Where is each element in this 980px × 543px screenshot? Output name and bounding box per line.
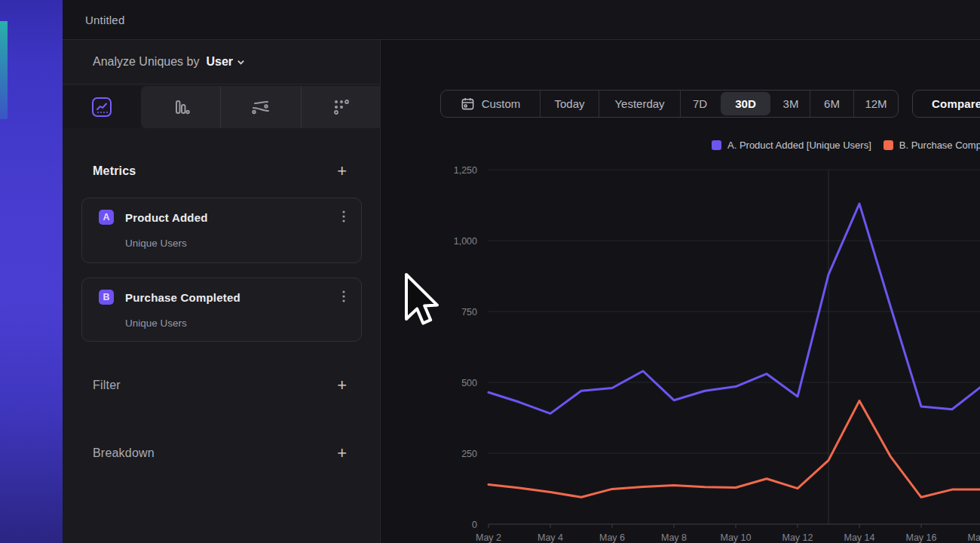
- add-breakdown-button[interactable]: +: [335, 446, 348, 461]
- chart-panel: Custom Today Yesterday 7D 30D 3M 6M 12M …: [381, 40, 980, 543]
- svg-text:1,250: 1,250: [454, 165, 477, 176]
- app-window: Untitled Analyze Uniques by User: [0, 0, 980, 543]
- metric-measure[interactable]: Unique Users: [125, 318, 187, 329]
- range-30d-active[interactable]: 30D: [721, 92, 770, 115]
- legend-item-b[interactable]: B. Purchase Completed [Unique Users]: [884, 140, 980, 151]
- legend-swatch-b: [884, 140, 893, 150]
- svg-text:May 10: May 10: [721, 532, 752, 543]
- svg-text:May 14: May 14: [844, 532, 875, 543]
- chart-type-tab-group: [141, 86, 381, 128]
- svg-text:May 12: May 12: [782, 532, 813, 543]
- report-title[interactable]: Untitled: [85, 14, 124, 26]
- analyze-by-dropdown[interactable]: User: [206, 55, 245, 69]
- range-custom[interactable]: Custom: [441, 90, 540, 117]
- svg-text:500: 500: [461, 378, 477, 388]
- legend-swatch-a: [712, 140, 721, 150]
- metric-name: Purchase Completed: [125, 291, 337, 304]
- breakdown-title: Breakdown: [93, 446, 155, 460]
- line-chart[interactable]: 02505007501,0001,250May 2May 4May 6May 8…: [381, 158, 980, 543]
- metric-menu-button[interactable]: [337, 208, 351, 227]
- add-icon: +: [337, 376, 347, 394]
- svg-text:750: 750: [461, 307, 477, 318]
- flows-icon: [250, 96, 272, 118]
- chevron-down-icon: [237, 58, 245, 66]
- metric-badge-a: A: [99, 210, 114, 225]
- grid-dots-icon: [329, 96, 352, 118]
- svg-text:May 6: May 6: [599, 532, 625, 543]
- metric-badge-b: B: [99, 290, 114, 305]
- svg-text:May 2: May 2: [476, 532, 501, 543]
- chart-legend: A. Product Added [Unique Users] B. Purch…: [712, 140, 980, 151]
- metric-card-a[interactable]: A Product Added Unique Users: [81, 198, 362, 263]
- calendar-icon: [461, 97, 475, 111]
- range-yesterday[interactable]: Yesterday: [599, 90, 680, 117]
- analyze-header: Analyze Uniques by User: [63, 40, 380, 84]
- add-metric-button[interactable]: +: [335, 164, 348, 179]
- add-filter-button[interactable]: +: [335, 378, 348, 393]
- add-icon: +: [337, 161, 347, 180]
- svg-text:May 8: May 8: [661, 532, 687, 543]
- metric-menu-button[interactable]: [337, 288, 351, 307]
- filter-title: Filter: [93, 379, 121, 392]
- teal-accent-strip: [0, 21, 8, 119]
- add-icon: +: [337, 443, 347, 462]
- tab-flows[interactable]: [220, 86, 300, 128]
- legend-label-a: A. Product Added [Unique Users]: [727, 140, 871, 151]
- background-gradient-strip: [0, 0, 63, 543]
- filter-section: Filter +: [63, 375, 380, 396]
- chart-type-tabs: [63, 86, 380, 128]
- range-7d[interactable]: 7D: [680, 90, 719, 117]
- compare-button[interactable]: Compare: [912, 90, 980, 118]
- svg-text:1,000: 1,000: [454, 236, 477, 247]
- bar-chart-icon: [170, 97, 191, 118]
- range-6m[interactable]: 6M: [810, 90, 853, 117]
- range-3m[interactable]: 3M: [772, 90, 810, 117]
- range-12m[interactable]: 12M: [853, 90, 898, 117]
- metric-name: Product Added: [125, 211, 337, 224]
- svg-text:May 4: May 4: [537, 532, 563, 543]
- legend-label-b: B. Purchase Completed [Unique Users]: [899, 140, 980, 151]
- tab-grid-dots[interactable]: [301, 86, 381, 128]
- date-range-selector: Custom Today Yesterday 7D 30D 3M 6M 12M: [440, 90, 899, 118]
- svg-text:250: 250: [461, 449, 477, 459]
- range-today[interactable]: Today: [540, 90, 599, 117]
- breakdown-section: Breakdown +: [63, 443, 380, 464]
- analyze-by-label: Analyze Uniques by: [93, 55, 199, 69]
- tab-bar-chart[interactable]: [141, 86, 220, 128]
- metric-measure[interactable]: Unique Users: [125, 238, 187, 249]
- legend-item-a[interactable]: A. Product Added [Unique Users]: [712, 140, 871, 151]
- svg-text:May 16: May 16: [906, 532, 937, 543]
- metrics-title: Metrics: [93, 164, 136, 178]
- svg-text:May 18: May 18: [968, 532, 980, 543]
- metric-card-b[interactable]: B Purchase Completed Unique Users: [81, 278, 362, 342]
- kebab-icon: [338, 210, 349, 223]
- svg-text:0: 0: [472, 520, 477, 530]
- analyze-by-value: User: [206, 55, 233, 69]
- query-builder-sidebar: Analyze Uniques by User: [63, 40, 381, 543]
- tab-line-chart[interactable]: [63, 86, 141, 128]
- metrics-header: Metrics +: [63, 161, 380, 182]
- line-chart-icon: [91, 97, 112, 118]
- kebab-icon: [338, 290, 349, 303]
- top-bar: Untitled: [63, 0, 980, 40]
